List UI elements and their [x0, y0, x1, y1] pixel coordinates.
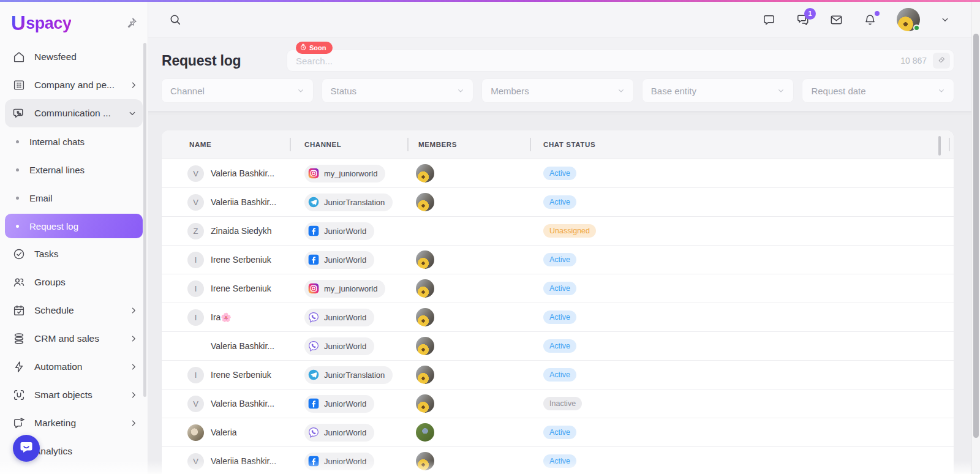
- home-icon: [12, 50, 26, 64]
- sidebar-item-communication[interactable]: Communication ...: [5, 99, 143, 127]
- global-search-button[interactable]: [168, 13, 182, 26]
- contact-avatar: I: [187, 367, 204, 383]
- support-chat-button[interactable]: [13, 435, 40, 462]
- sidebar-item-schedule[interactable]: Schedule: [0, 296, 148, 325]
- table-row[interactable]: ZZinaida SiedykhJuniorWorldUnassigned: [162, 217, 954, 246]
- name-cell: IIra🌸: [162, 309, 290, 326]
- comm-icon: [12, 107, 26, 120]
- status-badge: Active: [543, 454, 576, 468]
- sidebar-item-label: Automation: [34, 361, 82, 372]
- contact-avatar: V: [187, 453, 204, 470]
- filter-members[interactable]: Members: [482, 79, 633, 102]
- column-header-members[interactable]: Members: [407, 130, 530, 159]
- column-header-channel[interactable]: Channel: [290, 130, 407, 159]
- page-scrollbar-thumb[interactable]: [973, 34, 979, 438]
- sidebar-item-automation[interactable]: Automation: [0, 353, 148, 381]
- channel-pill: my_juniorworld: [304, 280, 385, 298]
- filter-channel[interactable]: Channel: [162, 79, 313, 102]
- filters-row: ChannelStatusMembersBase entityRequest d…: [162, 79, 954, 102]
- clear-search-button[interactable]: [933, 53, 950, 69]
- table-row[interactable]: Valeria Bashkir...JuniorWorldActive: [162, 332, 954, 361]
- online-status-dot: [913, 24, 920, 31]
- sidebar-item-email[interactable]: Email: [0, 184, 148, 212]
- channel-cell: JuniorWorld: [290, 395, 407, 413]
- viber-icon: [307, 311, 320, 323]
- sidebar-item-label: Company and pe...: [34, 80, 115, 91]
- chat-status-cell: Active: [530, 282, 954, 295]
- channel-cell: JuniorWorld: [290, 222, 407, 240]
- chevron-down-icon: [456, 86, 466, 96]
- filter-status[interactable]: Status: [322, 79, 473, 102]
- channel-handle: JuniorWorld: [324, 313, 366, 322]
- column-header-chat-status[interactable]: Chat status: [530, 130, 954, 159]
- sidebar-item-company-and-pe[interactable]: Company and pe...: [0, 71, 148, 99]
- table-scrollbar-thumb[interactable]: [938, 136, 941, 156]
- members-cell: [407, 452, 530, 470]
- building-icon: [12, 78, 26, 92]
- messenger-button[interactable]: 1: [796, 13, 810, 27]
- chevron-down-icon: [127, 108, 138, 119]
- groups-icon: [12, 276, 26, 289]
- table-zone: NameChannelMembersChat status VValeria B…: [148, 111, 980, 474]
- sidebar-item-external-lines[interactable]: External lines: [0, 156, 148, 184]
- table-row[interactable]: IIrene Serbeniukmy_juniorworldActive: [162, 274, 954, 303]
- pin-icon: [126, 20, 138, 31]
- sidebar-item-smart-objects[interactable]: Smart objects: [0, 381, 148, 409]
- user-avatar[interactable]: [897, 8, 920, 31]
- channel-pill: JuniorWorld: [304, 251, 374, 269]
- results-count: 10 867: [900, 56, 927, 66]
- pin-sidebar-button[interactable]: [126, 17, 139, 30]
- sidebar-nav: NewsfeedCompany and pe...Communication .…: [0, 43, 148, 465]
- sidebar-item-newsfeed[interactable]: Newsfeed: [0, 43, 148, 71]
- filter-label: Request date: [811, 86, 865, 96]
- contact-avatar: I: [187, 252, 204, 268]
- table-row[interactable]: IIrene SerbeniukJuniorTranslationActive: [162, 361, 954, 389]
- notifications-button[interactable]: [863, 13, 877, 27]
- sidebar-item-internal-chats[interactable]: Internal chats: [0, 127, 148, 156]
- sidebar-item-label: Newsfeed: [34, 51, 77, 62]
- table-row[interactable]: ValeriaJuniorWorldActive: [162, 418, 954, 447]
- table-row[interactable]: VValeriia Bashkir...JuniorTranslationAct…: [162, 188, 954, 217]
- name-cell: IIrene Serbeniuk: [162, 252, 290, 268]
- search-input[interactable]: [296, 56, 900, 66]
- channel-pill: JuniorWorld: [304, 453, 374, 470]
- main-area: 1 Request log Soon: [148, 0, 980, 474]
- column-header-name[interactable]: Name: [162, 130, 290, 159]
- uspacy-logo[interactable]: Uspacy: [11, 12, 71, 35]
- channel-handle: JuniorWorld: [324, 428, 366, 437]
- table-row[interactable]: IIrene SerbeniukJuniorWorldActive: [162, 246, 954, 274]
- sidebar-item-label: Tasks: [34, 249, 59, 260]
- profile-menu-chevron[interactable]: [940, 14, 951, 25]
- notification-dot: [875, 11, 880, 16]
- filter-request-date[interactable]: Request date: [802, 79, 954, 102]
- chat-status-cell: Active: [530, 310, 954, 324]
- sidebar-item-groups[interactable]: Groups: [0, 268, 148, 296]
- instagram-icon: [307, 282, 320, 295]
- chevron-down-icon: [776, 86, 786, 96]
- table-row[interactable]: VValeriia Bashkir...JuniorWorldActive: [162, 447, 954, 474]
- contact-avatar: I: [187, 280, 204, 297]
- search-icon: [168, 18, 182, 28]
- sidebar-item-crm-and-sales[interactable]: CRM and sales: [0, 325, 148, 353]
- sidebar-item-request-log[interactable]: Request log: [5, 214, 143, 238]
- sidebar-item-marketing[interactable]: Marketing: [0, 409, 148, 437]
- member-avatar: [416, 423, 434, 442]
- channel-handle: my_juniorworld: [324, 284, 377, 293]
- sidebar-item-tasks[interactable]: Tasks: [0, 240, 148, 268]
- channel-pill: JuniorWorld: [304, 337, 374, 355]
- soon-label: Soon: [309, 44, 326, 51]
- comments-button[interactable]: [762, 13, 776, 27]
- table-row[interactable]: VValeria Bashkir...JuniorWorldInactive: [162, 389, 954, 418]
- contact-name: Valeria Bashkir...: [211, 341, 279, 351]
- channel-pill: JuniorWorld: [304, 424, 374, 442]
- sidebar-scrollbar-thumb[interactable]: [143, 43, 146, 397]
- table-row[interactable]: VValeria Bashkir...my_juniorworldActive: [162, 159, 954, 188]
- automation-icon: [12, 360, 26, 374]
- filter-base-entity[interactable]: Base entity: [643, 79, 794, 102]
- smart-icon: [12, 388, 26, 402]
- page-scrollbar[interactable]: [971, 2, 980, 474]
- contact-name: Zinaida Siedykh: [211, 226, 277, 236]
- table-row[interactable]: IIra🌸JuniorWorldActive: [162, 303, 954, 332]
- mail-button[interactable]: [829, 13, 843, 27]
- chevron-right-icon: [128, 361, 139, 372]
